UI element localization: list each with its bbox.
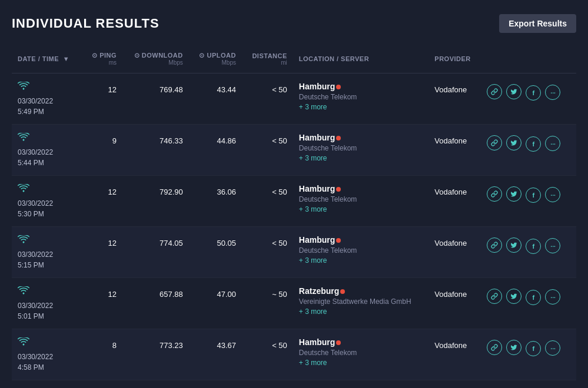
city-name: Hamburg	[299, 82, 341, 91]
more-link[interactable]: + 3 more	[299, 154, 423, 162]
date-value: 03/30/2022	[18, 353, 77, 361]
server-name: Vereinigte Stadtwerke Media GmbH	[299, 297, 423, 306]
more-link[interactable]: + 3 more	[299, 256, 423, 265]
table-row: 03/30/2022 5:49 PM 12769.4843.44< 50 Ham…	[12, 73, 576, 125]
wifi-icon	[18, 184, 77, 195]
server-name: Deutsche Telekom	[299, 349, 423, 357]
sort-icon: ▼	[63, 55, 69, 62]
share-link-icon[interactable]	[487, 238, 502, 253]
upload-cell: 43.67	[189, 329, 242, 380]
more-link[interactable]: + 3 more	[299, 307, 423, 316]
col-download: ⊙ DOWNLOAD Mbps	[122, 45, 189, 73]
actions-cell: f ···	[481, 278, 576, 329]
more-link[interactable]: + 3 more	[299, 103, 423, 111]
facebook-icon[interactable]: f	[526, 341, 541, 356]
facebook-icon[interactable]: f	[526, 239, 541, 254]
twitter-icon[interactable]	[506, 186, 521, 202]
table-header-row: DATE / TIME ▼ ⊙ PING ms ⊙ DOWNLOAD Mbps …	[12, 45, 576, 73]
more-options-icon[interactable]: ···	[545, 187, 560, 202]
col-distance: DISTANCE mi	[242, 45, 293, 73]
provider-cell: Vodafone	[428, 278, 481, 329]
table-row: 03/30/2022 5:01 PM 12657.8847.00~ 50 Rat…	[12, 278, 576, 329]
col-location: LOCATION / SERVER	[293, 45, 429, 73]
twitter-icon[interactable]	[506, 84, 521, 99]
wifi-icon	[18, 133, 77, 143]
twitter-icon[interactable]	[506, 289, 521, 304]
facebook-icon[interactable]: f	[526, 188, 541, 203]
download-cell: 792.90	[122, 176, 189, 227]
wifi-icon	[18, 235, 77, 246]
twitter-icon[interactable]	[506, 135, 521, 150]
more-options-icon[interactable]: ···	[545, 289, 560, 305]
date-value: 03/30/2022	[18, 199, 77, 208]
col-actions	[481, 45, 576, 73]
location-cell: Hamburg Deutsche Telekom + 3 more	[293, 329, 429, 380]
share-link-icon[interactable]	[487, 340, 502, 355]
col-provider: PROVIDER	[428, 45, 481, 73]
actions-cell: f ···	[481, 176, 576, 227]
city-flag	[336, 238, 341, 243]
share-link-icon[interactable]	[487, 135, 502, 150]
share-link-icon[interactable]	[487, 186, 502, 202]
location-cell: Hamburg Deutsche Telekom + 3 more	[293, 125, 429, 176]
twitter-icon[interactable]	[506, 238, 521, 253]
location-cell: Hamburg Deutsche Telekom + 3 more	[293, 73, 429, 125]
download-cell: 769.48	[122, 73, 189, 125]
actions-cell: f ···	[481, 329, 576, 380]
wifi-icon	[18, 286, 77, 297]
share-link-icon[interactable]	[487, 84, 502, 99]
date-time-cell: 03/30/2022 5:49 PM	[12, 73, 82, 125]
provider-cell: Vodafone	[428, 176, 481, 227]
share-link-icon[interactable]	[487, 289, 502, 304]
distance-cell: ~ 50	[242, 278, 293, 329]
city-flag	[336, 187, 341, 192]
distance-cell: < 50	[242, 227, 293, 278]
more-options-icon[interactable]: ···	[545, 136, 560, 151]
date-time-cell: 03/30/2022 5:15 PM	[12, 227, 82, 278]
export-button[interactable]: Export Results	[499, 14, 576, 33]
upload-cell: 44.86	[189, 125, 242, 176]
more-link[interactable]: + 3 more	[299, 359, 423, 367]
date-time-cell: 03/30/2022 4:58 PM	[12, 329, 82, 380]
page-header: INDIVIDUAL RESULTS Export Results	[12, 14, 576, 33]
wifi-icon	[18, 337, 77, 348]
upload-cell: 36.06	[189, 176, 242, 227]
facebook-icon[interactable]: f	[526, 85, 541, 101]
upload-cell: 43.44	[189, 73, 242, 125]
distance-cell: < 50	[242, 125, 293, 176]
location-cell: Hamburg Deutsche Telekom + 3 more	[293, 176, 429, 227]
city-name: Hamburg	[299, 337, 341, 347]
city-flag	[336, 340, 341, 345]
date-value: 03/30/2022	[18, 148, 77, 156]
more-options-icon[interactable]: ···	[545, 238, 560, 253]
more-options-icon[interactable]: ···	[545, 85, 560, 100]
ping-cell: 12	[82, 73, 122, 125]
col-ping: ⊙ PING ms	[82, 45, 122, 73]
city-flag	[340, 289, 345, 294]
more-options-icon[interactable]: ···	[545, 340, 560, 356]
upload-cell: 47.00	[189, 278, 242, 329]
more-link[interactable]: + 3 more	[299, 205, 423, 213]
city-flag	[336, 136, 341, 141]
time-value: 5:15 PM	[18, 261, 77, 269]
actions-cell: f ···	[481, 125, 576, 176]
provider-cell: Vodafone	[428, 73, 481, 125]
actions-cell: f ···	[481, 73, 576, 125]
page-title: INDIVIDUAL RESULTS	[12, 16, 160, 31]
facebook-icon[interactable]: f	[526, 136, 541, 152]
wifi-icon	[18, 82, 77, 92]
city-name: Ratzeburg	[299, 286, 345, 296]
download-cell: 773.23	[122, 329, 189, 380]
date-time-cell: 03/30/2022 5:01 PM	[12, 278, 82, 329]
twitter-icon[interactable]	[506, 340, 521, 355]
facebook-icon[interactable]: f	[526, 290, 541, 305]
date-value: 03/30/2022	[18, 97, 77, 105]
distance-cell: < 50	[242, 176, 293, 227]
ping-cell: 12	[82, 227, 122, 278]
table-row: 03/30/2022 5:30 PM 12792.9036.06< 50 Ham…	[12, 176, 576, 227]
ping-cell: 9	[82, 125, 122, 176]
col-upload: ⊙ UPLOAD Mbps	[189, 45, 242, 73]
location-cell: Hamburg Deutsche Telekom + 3 more	[293, 227, 429, 278]
col-datetime[interactable]: DATE / TIME ▼	[12, 45, 82, 73]
provider-cell: Vodafone	[428, 329, 481, 380]
